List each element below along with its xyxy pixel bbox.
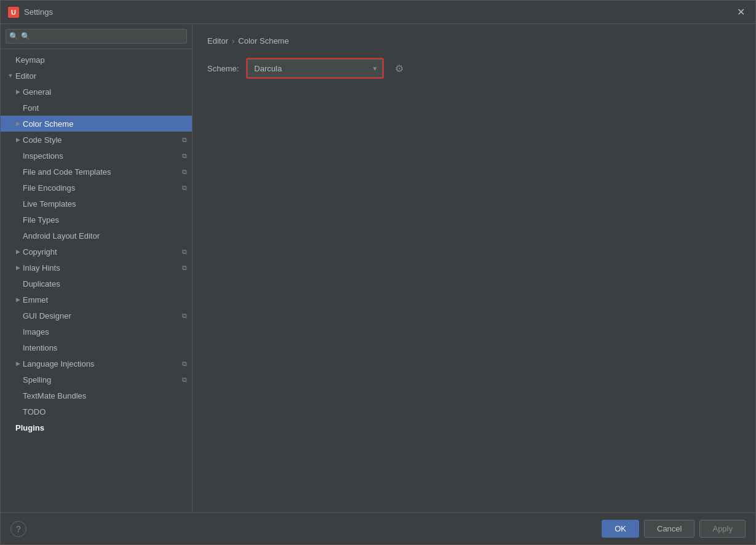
sidebar-item-label: General [23,87,187,97]
search-icon: 🔍 [9,32,18,41]
breadcrumb: Editor › Color Scheme [207,36,741,46]
settings-dialog: U Settings ✕ 🔍 Keymap [0,0,756,545]
sidebar-item-label: Editor [15,71,187,81]
sidebar-item-code-style[interactable]: ▶ Code Style ⧉ [1,132,192,148]
sidebar-item-android-layout-editor[interactable]: Android Layout Editor [1,228,192,244]
arrow-icon: ▶ [13,135,23,145]
arrow-icon: ▶ [13,263,23,272]
sidebar-item-label: TODO [23,407,187,416]
sidebar-item-label: Keymap [15,55,187,65]
arrow-icon [13,103,23,113]
copy-icon: ⧉ [182,264,187,272]
sidebar-item-label: File and Code Templates [23,167,180,177]
sidebar-item-label: Language Injections [23,359,180,368]
apply-button[interactable]: Apply [699,520,746,538]
sidebar-item-label: Inlay Hints [23,263,180,272]
scheme-dropdown-wrapper: Darcula Default High contrast IntelliJ L… [246,58,384,79]
arrow-icon: ▶ [13,295,23,304]
copy-icon: ⧉ [182,376,187,384]
sidebar-item-label: Spelling [23,375,180,384]
sidebar-item-spelling[interactable]: Spelling ⧉ [1,372,192,388]
dialog-title: Settings [24,7,733,17]
sidebar-item-textmate-bundles[interactable]: TextMate Bundles [1,388,192,404]
breadcrumb-part2: Color Scheme [238,36,288,46]
sidebar-item-intentions[interactable]: Intentions [1,340,192,356]
copy-icon: ⧉ [182,248,187,256]
scheme-label: Scheme: [207,64,239,73]
close-button[interactable]: ✕ [733,5,748,20]
search-box: 🔍 [1,24,192,49]
sidebar-item-font[interactable]: Font [1,100,192,116]
sidebar-item-file-types[interactable]: File Types [1,212,192,228]
copy-icon: ⧉ [182,184,187,192]
sidebar-item-keymap[interactable]: Keymap [1,52,192,68]
arrow-icon: ▼ [6,71,15,81]
sidebar-item-live-templates[interactable]: Live Templates [1,196,192,212]
sidebar-item-emmet[interactable]: ▶ Emmet [1,292,192,308]
gear-button[interactable]: ⚙ [391,62,407,76]
copy-icon: ⧉ [182,360,187,368]
breadcrumb-part1: Editor [207,36,228,46]
sidebar-item-label: Images [23,327,187,336]
arrow-icon [13,151,23,161]
arrow-icon [6,55,15,65]
sidebar-item-label: Intentions [23,343,187,352]
sidebar-item-label: File Types [23,215,187,225]
sidebar-item-label: Color Scheme [23,119,187,129]
breadcrumb-separator: › [232,36,234,46]
sidebar-item-label: Code Style [23,135,180,145]
arrow-icon [13,167,23,177]
sidebar-item-label: Emmet [23,295,187,304]
sidebar-item-duplicates[interactable]: Duplicates [1,276,192,292]
copy-icon: ⧉ [182,312,187,320]
copy-icon: ⧉ [182,152,187,160]
copy-icon: ⧉ [182,168,187,176]
arrow-icon [13,231,23,241]
sidebar-item-label: Copyright [23,247,180,257]
scheme-dropdown[interactable]: Darcula Default High contrast IntelliJ L… [247,59,383,78]
sidebar: 🔍 Keymap ▼ Editor ▶ Gene [1,24,193,512]
sidebar-item-plugins[interactable]: Plugins [1,420,192,436]
sidebar-item-inlay-hints[interactable]: ▶ Inlay Hints ⧉ [1,260,192,276]
arrow-icon [13,327,23,336]
sidebar-item-gui-designer[interactable]: GUI Designer ⧉ [1,308,192,324]
sidebar-item-inspections[interactable]: Inspections ⧉ [1,148,192,164]
arrow-icon: ▶ [13,87,23,97]
arrow-icon [13,183,23,193]
app-icon: U [8,7,19,18]
bottom-right: OK Cancel Apply [602,520,746,538]
arrow-icon [13,311,23,320]
arrow-icon: ▶ [13,119,23,129]
sidebar-item-label: File Encodings [23,183,180,193]
sidebar-tree: Keymap ▼ Editor ▶ General Font [1,49,192,512]
sidebar-item-copyright[interactable]: ▶ Copyright ⧉ [1,244,192,260]
sidebar-item-label: GUI Designer [23,311,180,320]
sidebar-item-color-scheme[interactable]: ▶ Color Scheme [1,116,192,132]
sidebar-item-language-injections[interactable]: ▶ Language Injections ⧉ [1,356,192,372]
title-bar: U Settings ✕ [1,1,755,24]
scheme-row: Scheme: Darcula Default High contrast In… [207,58,741,79]
arrow-icon [13,343,23,352]
sidebar-item-images[interactable]: Images [1,324,192,340]
cancel-button[interactable]: Cancel [644,520,694,538]
copy-icon: ⧉ [182,136,187,144]
main-content: 🔍 Keymap ▼ Editor ▶ Gene [1,24,755,512]
arrow-icon: ▶ [13,359,23,368]
sidebar-item-editor[interactable]: ▼ Editor [1,68,192,84]
bottom-bar: ? OK Cancel Apply [1,512,755,544]
sidebar-item-label: Font [23,103,187,113]
sidebar-item-file-code-templates[interactable]: File and Code Templates ⧉ [1,164,192,180]
help-button[interactable]: ? [10,521,26,537]
sidebar-item-general[interactable]: ▶ General [1,84,192,100]
sidebar-item-label: Plugins [15,423,187,432]
sidebar-item-label: Inspections [23,151,180,161]
arrow-icon [13,407,23,416]
ok-button[interactable]: OK [602,520,639,538]
search-input[interactable] [6,29,187,44]
sidebar-item-todo[interactable]: TODO [1,404,192,420]
arrow-icon [6,423,15,432]
sidebar-item-label: Live Templates [23,199,187,209]
arrow-icon [13,215,23,225]
bottom-left: ? [10,521,26,537]
sidebar-item-file-encodings[interactable]: File Encodings ⧉ [1,180,192,196]
